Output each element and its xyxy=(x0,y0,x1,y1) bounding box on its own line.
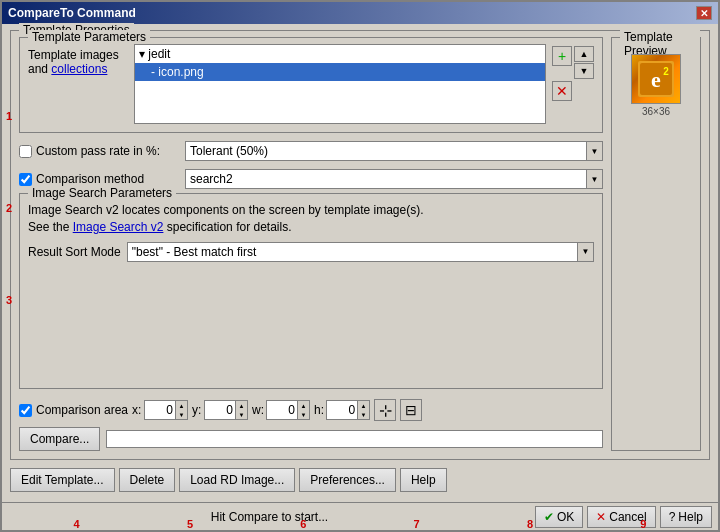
svg-text:e: e xyxy=(651,67,661,92)
edit-template-button[interactable]: Edit Template... xyxy=(10,468,115,492)
template-images-label: Template images and collections xyxy=(28,44,128,76)
close-button[interactable]: ✕ xyxy=(696,6,712,20)
comparison-method-combo[interactable]: search2 ▼ xyxy=(185,169,603,189)
add-tree-item-button[interactable]: + xyxy=(552,46,572,66)
y-label: y: xyxy=(192,403,202,417)
x-coord-group: x: 0 ▲ ▼ xyxy=(132,400,188,420)
result-sort-combo[interactable]: "best" - Best match first ▼ xyxy=(127,242,594,262)
w-down-arrow[interactable]: ▼ xyxy=(298,410,309,419)
compareto-dialog: CompareTo Command ✕ Template Properties … xyxy=(0,0,720,532)
w-coord-group: w: 0 ▲ ▼ xyxy=(252,400,310,420)
preferences-button[interactable]: Preferences... xyxy=(299,468,396,492)
template-parameters-group: Template Parameters Template images and … xyxy=(19,37,603,133)
tree-item-jedit[interactable]: ▾ jedit xyxy=(135,45,545,63)
y-up-arrow[interactable]: ▲ xyxy=(236,401,247,410)
title-bar: CompareTo Command ✕ xyxy=(2,2,718,24)
x-up-arrow[interactable]: ▲ xyxy=(176,401,187,410)
progress-bar xyxy=(106,430,603,448)
w-up-arrow[interactable]: ▲ xyxy=(298,401,309,410)
custom-pass-rate-combo[interactable]: Tolerant (50%) ▼ xyxy=(185,141,603,161)
preview-image: e 2 xyxy=(631,54,681,104)
custom-pass-rate-label: Custom pass rate in %: xyxy=(19,144,179,158)
bottom-label-6: 6 xyxy=(300,518,306,530)
template-preview-group: Template Preview e 2 36×36 xyxy=(611,37,701,451)
compare-progress-row: Compare... xyxy=(19,427,603,451)
remove-tree-item-button[interactable]: ✕ xyxy=(552,81,572,101)
image-search-description: Image Search v2 locates components on th… xyxy=(28,202,594,236)
comparison-area-label: Comparison area xyxy=(19,403,128,417)
comparison-method-value: search2 xyxy=(186,172,586,186)
left-section: Template Parameters Template images and … xyxy=(19,37,603,451)
w-label: w: xyxy=(252,403,264,417)
move-up-button[interactable]: ▲ xyxy=(574,46,594,62)
tree-control-buttons: + ▲ ▼ ✕ xyxy=(552,44,594,101)
help-button[interactable]: Help xyxy=(400,468,447,492)
bottom-buttons-row: Edit Template... Delete Load RD Image...… xyxy=(10,464,710,496)
collections-link[interactable]: collections xyxy=(51,62,107,76)
svg-text:2: 2 xyxy=(663,66,669,77)
template-parameters-title: Template Parameters xyxy=(28,30,150,44)
bottom-label-8: 8 xyxy=(527,518,533,530)
comparison-method-arrow[interactable]: ▼ xyxy=(586,170,602,188)
window-title: CompareTo Command xyxy=(8,6,136,20)
h-input[interactable]: 0 xyxy=(327,401,357,419)
bottom-label-4: 4 xyxy=(74,518,80,530)
bottom-label-7: 7 xyxy=(414,518,420,530)
tree-arrow-buttons: ▲ ▼ xyxy=(574,46,594,79)
select-region-button[interactable]: ⊹ xyxy=(374,399,396,421)
preview-icon-svg: e 2 xyxy=(638,61,674,97)
result-sort-value: "best" - Best match first xyxy=(128,245,577,259)
y-down-arrow[interactable]: ▼ xyxy=(236,410,247,419)
compare-button[interactable]: Compare... xyxy=(19,427,100,451)
comparison-area-checkbox[interactable] xyxy=(19,404,32,417)
h-down-arrow[interactable]: ▼ xyxy=(358,410,369,419)
window-content: Template Properties Template Parameters … xyxy=(2,24,718,502)
w-input[interactable]: 0 xyxy=(267,401,297,419)
image-search-parameters-title: Image Search Parameters xyxy=(28,186,176,200)
bottom-number-labels: 4 5 6 7 8 9 xyxy=(0,518,720,530)
y-coord-group: y: 0 ▲ ▼ xyxy=(192,400,248,420)
template-tree[interactable]: ▾ jedit - icon.png xyxy=(134,44,546,124)
y-spinner[interactable]: 0 ▲ ▼ xyxy=(204,400,248,420)
x-spinner[interactable]: 0 ▲ ▼ xyxy=(144,400,188,420)
h-label: h: xyxy=(314,403,324,417)
side-label-3: 3 xyxy=(6,294,12,306)
preview-size: 36×36 xyxy=(642,106,670,117)
x-down-arrow[interactable]: ▼ xyxy=(176,410,187,419)
image-search-v2-link[interactable]: Image Search v2 xyxy=(73,220,164,234)
copy-region-button[interactable]: ⊟ xyxy=(400,399,422,421)
comparison-method-label: Comparison method xyxy=(19,172,179,186)
template-params-inner: Template images and collections ▾ jedit xyxy=(28,44,594,124)
custom-pass-rate-row: Custom pass rate in %: Tolerant (50%) ▼ xyxy=(19,141,603,161)
custom-pass-rate-arrow[interactable]: ▼ xyxy=(586,142,602,160)
bottom-label-5: 5 xyxy=(187,518,193,530)
h-up-arrow[interactable]: ▲ xyxy=(358,401,369,410)
comparison-method-checkbox[interactable] xyxy=(19,173,32,186)
result-sort-row: Result Sort Mode "best" - Best match fir… xyxy=(28,242,594,262)
template-label-line1: Template images xyxy=(28,48,128,62)
delete-button[interactable]: Delete xyxy=(119,468,176,492)
result-sort-label: Result Sort Mode xyxy=(28,245,121,259)
x-input[interactable]: 0 xyxy=(145,401,175,419)
load-rd-image-button[interactable]: Load RD Image... xyxy=(179,468,295,492)
h-spinner[interactable]: 0 ▲ ▼ xyxy=(326,400,370,420)
template-label-line2: and collections xyxy=(28,62,128,76)
x-label: x: xyxy=(132,403,142,417)
comparison-area-row: Comparison area x: 0 ▲ ▼ xyxy=(19,399,603,421)
side-number-labels: 1 2 3 xyxy=(6,110,12,306)
image-search-parameters-group: Image Search Parameters Image Search v2 … xyxy=(19,193,603,389)
side-label-1: 1 xyxy=(6,110,12,122)
main-content-row: Template Parameters Template images and … xyxy=(19,37,701,451)
bottom-label-9: 9 xyxy=(640,518,646,530)
result-sort-arrow[interactable]: ▼ xyxy=(577,243,593,261)
move-down-button[interactable]: ▼ xyxy=(574,63,594,79)
template-properties-group: Template Properties Template Parameters … xyxy=(10,30,710,460)
custom-pass-rate-checkbox[interactable] xyxy=(19,145,32,158)
w-spinner[interactable]: 0 ▲ ▼ xyxy=(266,400,310,420)
tree-item-icon-png[interactable]: - icon.png xyxy=(135,63,545,81)
side-label-2: 2 xyxy=(6,202,12,214)
custom-pass-rate-value: Tolerant (50%) xyxy=(186,144,586,158)
h-coord-group: h: 0 ▲ ▼ xyxy=(314,400,370,420)
y-input[interactable]: 0 xyxy=(205,401,235,419)
